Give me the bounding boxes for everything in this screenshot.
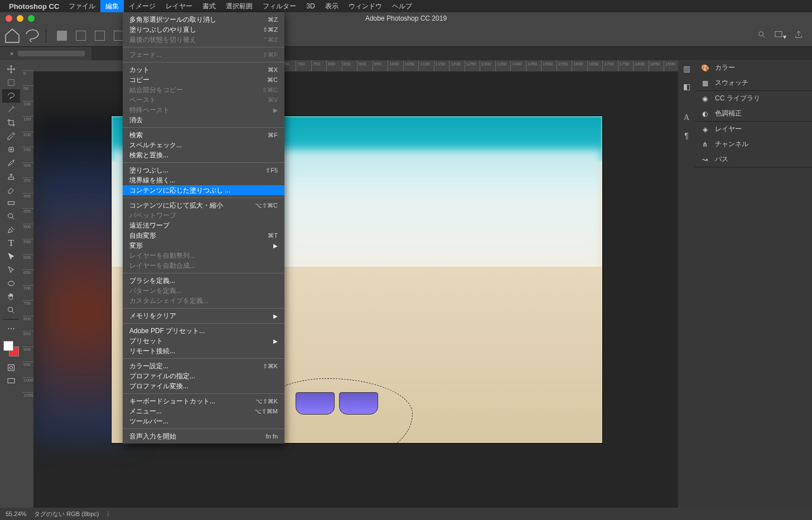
path-select-tool-icon[interactable] — [2, 250, 20, 263]
menu-イメージ[interactable]: イメージ — [124, 0, 161, 12]
panel-tab[interactable]: ⋔チャンネル — [695, 137, 812, 152]
status-bar: 55.24% タグのない RGB (8bpc) 〉 — [0, 508, 812, 520]
menu-item[interactable]: コピー⌘C — [123, 75, 284, 85]
menu-3D[interactable]: 3D — [301, 0, 320, 12]
menu-item[interactable]: 多角形選択ツールの取り消し⌘Z — [123, 15, 284, 25]
type-tool-icon[interactable]: T — [2, 237, 20, 250]
marquee-tool-icon[interactable] — [2, 76, 20, 89]
menu-item[interactable]: ツールバー... — [123, 416, 284, 426]
brush-tool-icon[interactable] — [2, 156, 20, 170]
hand-tool-icon[interactable] — [2, 290, 20, 304]
menu-item[interactable]: Adobe PDF プリセット... — [123, 326, 284, 336]
menu-item[interactable]: 塗りつぶし...⇧F5 — [123, 165, 284, 175]
menu-item[interactable]: 消去 — [123, 115, 284, 125]
lasso-tool-icon[interactable] — [2, 89, 20, 103]
menu-item[interactable]: カット⌘X — [123, 65, 284, 75]
panel-tab[interactable]: ↝パス — [695, 152, 812, 167]
svg-rect-4 — [8, 201, 14, 204]
selection-subtract-icon[interactable] — [91, 28, 109, 44]
menu-item[interactable]: プロファイル変換... — [123, 381, 284, 391]
menu-フィルター[interactable]: フィルター — [258, 0, 301, 12]
direct-select-tool-icon[interactable] — [2, 263, 20, 277]
panel-tab[interactable]: ◐色調補正 — [695, 106, 812, 121]
screenmode-icon[interactable] — [2, 374, 20, 388]
panel-tab[interactable]: ◉CC ライブラリ — [695, 91, 812, 106]
paragraph-panel-icon[interactable]: ¶ — [682, 131, 692, 141]
history-panel-icon[interactable]: ▥ — [682, 64, 692, 74]
panel-tab[interactable]: 🎨カラー — [695, 60, 812, 75]
menu-item[interactable]: キーボードショートカット...⌥⇧⌘K — [123, 396, 284, 406]
menu-item[interactable]: カラー設定...⇧⌘K — [123, 361, 284, 371]
menu-ファイル[interactable]: ファイル — [64, 0, 100, 12]
menu-item[interactable]: 音声入力を開始fn fn — [123, 431, 284, 441]
search-icon[interactable] — [757, 30, 766, 41]
panel-icon: ▦ — [700, 79, 709, 87]
character-panel-icon[interactable]: A — [682, 113, 692, 123]
menu-item[interactable]: ブラシを定義... — [123, 276, 284, 286]
menu-item[interactable]: コンテンツに応じた塗りつぶし ... — [123, 185, 284, 195]
document-tab-label — [18, 51, 85, 56]
quickmask-icon[interactable] — [2, 361, 20, 374]
menu-表示[interactable]: 表示 — [320, 0, 344, 12]
magic-wand-tool-icon[interactable] — [2, 103, 20, 116]
menu-item[interactable]: コンテンツに応じて拡大・縮小⌥⇧⌘C — [123, 200, 284, 210]
menu-item: パターンを定義... — [123, 286, 284, 296]
document-info[interactable]: タグのない RGB (8bpc) — [34, 510, 99, 518]
menu-item[interactable]: 検索⌘F — [123, 130, 284, 140]
menu-item[interactable]: プロファイルの指定... — [123, 371, 284, 381]
healing-brush-tool-icon[interactable] — [2, 143, 20, 156]
home-icon[interactable] — [3, 28, 21, 44]
titlebar: Adobe Photoshop CC 2019 — [0, 12, 812, 25]
edit-toolbar-icon[interactable]: ⋯ — [2, 322, 20, 335]
maximize-window-icon[interactable] — [28, 15, 35, 22]
menu-item[interactable]: メモリをクリア▶ — [123, 311, 284, 321]
properties-panel-icon[interactable]: ◧ — [682, 81, 692, 92]
menu-レイヤー[interactable]: レイヤー — [161, 0, 197, 12]
panel-icon: ◈ — [700, 126, 709, 133]
eyedropper-tool-icon[interactable] — [2, 129, 20, 143]
gradient-tool-icon[interactable] — [2, 196, 20, 210]
menu-item[interactable]: 検索と置換... — [123, 150, 284, 160]
document-tabs: × — [0, 47, 812, 60]
menu-編集[interactable]: 編集 — [100, 0, 124, 12]
minimize-window-icon[interactable] — [17, 15, 23, 22]
menu-item[interactable]: 変形▶ — [123, 240, 284, 251]
status-chevron-icon[interactable]: 〉 — [107, 510, 113, 518]
dodge-tool-icon[interactable] — [2, 210, 20, 223]
document-tab[interactable]: × — [0, 47, 91, 60]
pen-tool-icon[interactable] — [2, 223, 20, 237]
menu-item[interactable]: プリセット▶ — [123, 336, 284, 346]
menu-item[interactable]: リモート接続... — [123, 346, 284, 356]
eraser-tool-icon[interactable] — [2, 183, 20, 196]
menu-選択範囲[interactable]: 選択範囲 — [221, 0, 258, 12]
zoom-level[interactable]: 55.24% — [6, 511, 26, 517]
close-window-icon[interactable] — [6, 15, 12, 22]
menu-item: ペースト⌘V — [123, 95, 284, 105]
menu-ウィンドウ[interactable]: ウィンドウ — [344, 0, 387, 12]
menu-item[interactable]: メニュー...⌥⇧⌘M — [123, 406, 284, 416]
shape-tool-icon[interactable] — [2, 277, 20, 290]
menu-item[interactable]: 塗りつぶしのやり直し⇧⌘Z — [123, 25, 284, 35]
zoom-tool-icon[interactable] — [2, 304, 20, 317]
selection-add-icon[interactable] — [72, 28, 90, 44]
menu-書式[interactable]: 書式 — [197, 0, 221, 12]
menu-ヘルプ[interactable]: ヘルプ — [387, 0, 417, 12]
move-tool-icon[interactable] — [2, 62, 20, 76]
close-tab-icon[interactable]: × — [10, 47, 13, 60]
menu-item[interactable]: 遠近法ワープ — [123, 220, 284, 230]
panel-tab[interactable]: ▦スウォッチ — [695, 75, 812, 90]
menu-item[interactable]: スペルチェック... — [123, 140, 284, 150]
menu-item[interactable]: 境界線を描く... — [123, 175, 284, 185]
svg-rect-10 — [8, 378, 14, 383]
clone-stamp-tool-icon[interactable] — [2, 170, 20, 183]
lasso-tool-icon[interactable] — [23, 28, 41, 44]
menu-item[interactable]: 自由変形⌘T — [123, 230, 284, 240]
foreground-color-swatch[interactable] — [3, 341, 13, 351]
panel-label: 色調補正 — [715, 109, 742, 118]
selection-new-icon[interactable] — [53, 28, 71, 44]
color-swatches[interactable] — [3, 341, 19, 357]
crop-tool-icon[interactable] — [2, 116, 20, 129]
share-icon[interactable] — [794, 30, 803, 41]
panel-tab[interactable]: ◈レイヤー — [695, 122, 812, 137]
workspace-switcher-icon[interactable]: ▾ — [774, 30, 786, 41]
